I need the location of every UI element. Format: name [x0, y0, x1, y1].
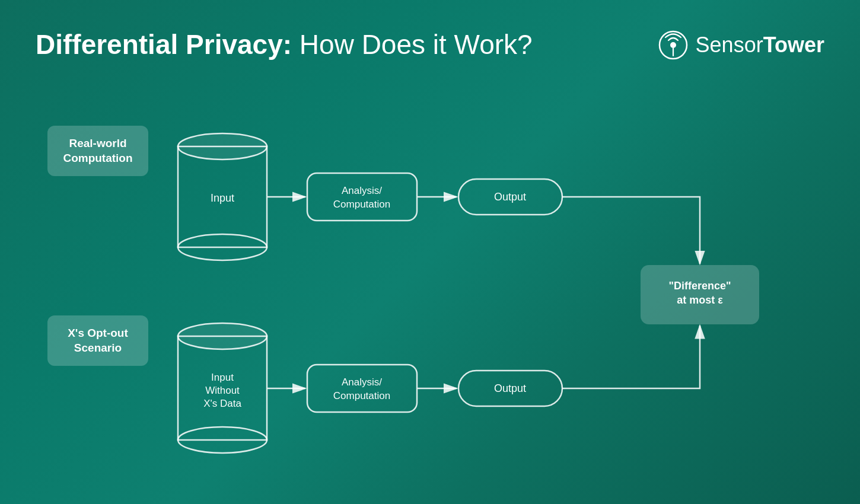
label-opt-out: X's Opt-out Scenario	[47, 315, 148, 366]
svg-rect-4	[178, 146, 267, 247]
svg-point-16	[178, 323, 267, 349]
svg-text:at most ε: at most ε	[677, 294, 723, 306]
svg-rect-22	[307, 365, 417, 412]
diagram-svg: Input Analysis/ Computation Output Input…	[36, 90, 824, 476]
svg-text:Input: Input	[211, 192, 234, 204]
svg-text:Computation: Computation	[333, 199, 390, 210]
svg-text:X's Data: X's Data	[203, 398, 241, 409]
page-title: Differential Privacy: How Does it Work?	[36, 30, 533, 60]
sensortower-logo-icon	[658, 30, 689, 60]
svg-text:Computation: Computation	[333, 390, 390, 401]
diagram: Real-world Computation X's Opt-out Scena…	[36, 90, 824, 476]
svg-text:"Difference": "Difference"	[668, 280, 731, 292]
svg-rect-15	[178, 336, 267, 440]
svg-text:Without: Without	[205, 385, 240, 396]
svg-point-6	[178, 234, 267, 260]
header: Differential Privacy: How Does it Work? …	[36, 30, 824, 60]
svg-text:Analysis/: Analysis/	[342, 377, 382, 388]
label-real-world: Real-world Computation	[47, 126, 148, 176]
svg-point-17	[178, 427, 267, 453]
svg-text:Output: Output	[494, 191, 526, 203]
svg-point-5	[178, 133, 267, 160]
svg-text:Input: Input	[211, 372, 234, 383]
logo-text: SensorTower	[696, 33, 824, 58]
slide: Differential Privacy: How Does it Work? …	[0, 0, 860, 504]
svg-rect-13	[458, 179, 562, 215]
svg-text:Analysis/: Analysis/	[342, 185, 382, 196]
svg-rect-9	[307, 173, 417, 221]
svg-rect-26	[458, 371, 562, 406]
logo: SensorTower	[658, 30, 824, 60]
svg-point-1	[670, 42, 676, 48]
svg-rect-28	[641, 265, 759, 324]
svg-text:Output: Output	[494, 382, 526, 394]
